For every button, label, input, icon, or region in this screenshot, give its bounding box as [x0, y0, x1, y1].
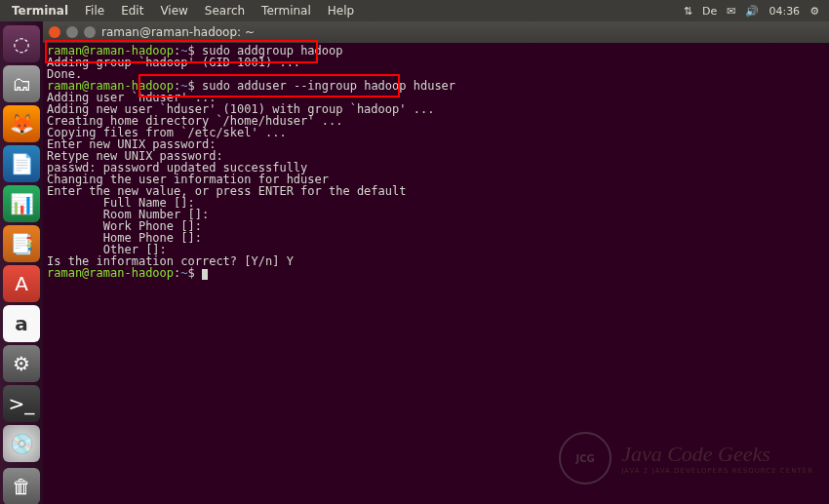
terminal-launcher-icon[interactable]: >_: [3, 385, 40, 422]
clock[interactable]: 04:36: [769, 5, 800, 18]
menu-app[interactable]: Terminal: [4, 2, 76, 19]
menu-search[interactable]: Search: [197, 2, 253, 19]
window-titlebar[interactable]: raman@raman-hadoop: ~: [43, 21, 829, 43]
menubar-right: ⇅ De ✉ 🔊 04:36 ⚙: [684, 5, 825, 18]
menu-help[interactable]: Help: [320, 2, 362, 19]
unity-launcher: ◌ 🗂 🦊 📄 📊 📑 A a ⚙ >_ 💿 🗑: [0, 21, 43, 504]
menubar-left: Terminal File Edit View Search Terminal …: [4, 2, 362, 19]
language-indicator[interactable]: De: [702, 5, 717, 18]
files-icon[interactable]: 🗂: [3, 65, 40, 102]
volume-icon[interactable]: 🔊: [745, 5, 759, 18]
minimize-button[interactable]: [66, 26, 78, 38]
prompt-user: raman@raman-hadoop: [47, 266, 174, 280]
prompt-path: ~: [180, 266, 187, 280]
firefox-icon[interactable]: 🦊: [3, 105, 40, 142]
top-menubar: Terminal File Edit View Search Terminal …: [0, 0, 829, 21]
cursor: [202, 269, 208, 280]
messaging-icon[interactable]: ✉: [727, 5, 735, 18]
window-title: raman@raman-hadoop: ~: [101, 25, 255, 39]
terminal-body[interactable]: raman@raman-hadoop:~$ sudo addgroup hado…: [43, 43, 829, 504]
output-line: Adding group `hadoop' (GID 1001) ...: [47, 57, 825, 68]
close-button[interactable]: [49, 26, 60, 38]
menu-terminal[interactable]: Terminal: [254, 2, 319, 19]
menu-file[interactable]: File: [77, 2, 112, 19]
software-center-icon[interactable]: A: [3, 265, 40, 302]
impress-icon[interactable]: 📑: [3, 225, 40, 262]
prompt-symbol: $: [188, 266, 195, 280]
menu-view[interactable]: View: [152, 2, 195, 19]
trash-icon[interactable]: 🗑: [3, 468, 40, 504]
network-icon[interactable]: ⇅: [684, 5, 692, 18]
amazon-icon[interactable]: a: [3, 305, 40, 342]
disc-icon[interactable]: 💿: [3, 425, 40, 462]
dash-icon[interactable]: ◌: [3, 25, 40, 62]
system-settings-icon[interactable]: ⚙: [3, 345, 40, 382]
command-2: sudo adduser --ingroup hadoop hduser: [202, 79, 455, 93]
maximize-button[interactable]: [84, 26, 96, 38]
settings-gear-icon[interactable]: ⚙: [809, 5, 819, 18]
menu-edit[interactable]: Edit: [113, 2, 151, 19]
writer-icon[interactable]: 📄: [3, 145, 40, 182]
calc-icon[interactable]: 📊: [3, 185, 40, 222]
terminal-window: raman@raman-hadoop: ~ raman@raman-hadoop…: [43, 21, 829, 504]
